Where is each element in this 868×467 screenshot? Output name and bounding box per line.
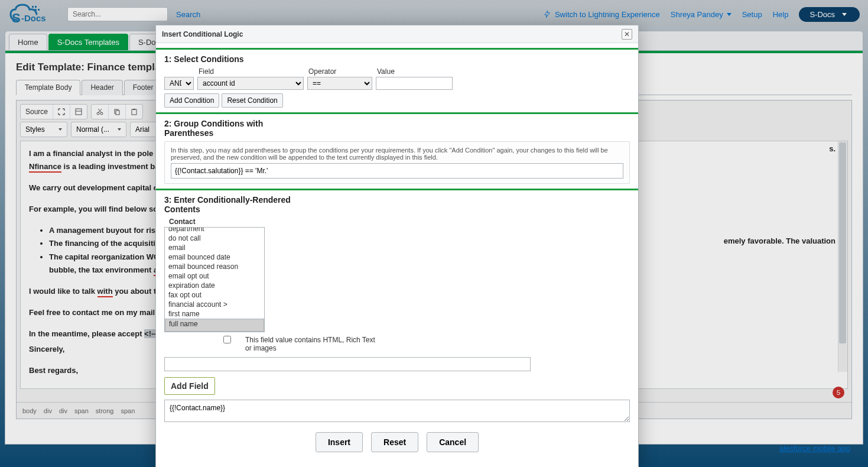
- svg-rect-13: [133, 109, 135, 110]
- text-fragment: emely favorable. The valuation: [724, 235, 836, 248]
- cut-icon: [96, 108, 103, 115]
- svg-rect-3: [38, 9, 40, 11]
- maximize-icon: [58, 108, 65, 115]
- section-2-title: 2: Group Conditions with Parentheses: [164, 119, 300, 138]
- field-option[interactable]: full name: [165, 319, 264, 332]
- add-field-button[interactable]: Add Field: [164, 377, 215, 395]
- user-menu[interactable]: Shreya Pandey: [671, 10, 732, 19]
- format-select[interactable]: Normal (...: [71, 122, 126, 137]
- copy-button[interactable]: [109, 105, 126, 119]
- value-label: Value: [376, 67, 453, 76]
- chevron-down-icon: [58, 128, 62, 131]
- merge-field-input[interactable]: [164, 357, 531, 371]
- field-select[interactable]: account id: [197, 77, 304, 90]
- cancel-button[interactable]: Cancel: [427, 432, 479, 452]
- app-menu[interactable]: S-Docs: [799, 7, 860, 22]
- html-content-label: This field value contains HTML, Rich Tex…: [245, 336, 375, 352]
- field-listbox[interactable]: deleteddepartmentdo not callemailemail b…: [164, 227, 265, 332]
- cut-button[interactable]: [92, 105, 109, 119]
- tab-home[interactable]: Home: [9, 34, 47, 50]
- chevron-down-icon: [727, 13, 732, 16]
- chevron-down-icon: [842, 13, 847, 16]
- sdocs-logo: S -Docs: [8, 2, 56, 26]
- field-option[interactable]: financial account >: [165, 300, 264, 309]
- html-content-checkbox[interactable]: [223, 336, 231, 343]
- section-2-help: In this step, you may add parentheses to…: [164, 141, 630, 184]
- paste-icon: [131, 108, 138, 115]
- source-button[interactable]: Source: [21, 105, 53, 119]
- operator-label: Operator: [307, 67, 372, 76]
- subtab-template-body[interactable]: Template Body: [16, 80, 80, 95]
- lightning-icon: [543, 10, 551, 18]
- styles-select[interactable]: Styles: [20, 122, 67, 137]
- field-option[interactable]: do not call: [165, 234, 264, 243]
- setup-link[interactable]: Setup: [742, 10, 762, 19]
- reset-button[interactable]: Reset: [371, 432, 418, 452]
- subtab-header[interactable]: Header: [82, 80, 122, 95]
- field-option[interactable]: email bounced date: [165, 252, 264, 262]
- section-1-title: 1: Select Conditions: [164, 54, 630, 64]
- field-option[interactable]: fax opt out: [165, 290, 264, 300]
- scrollbar[interactable]: [838, 141, 847, 372]
- field-option[interactable]: email: [165, 243, 264, 252]
- field-option[interactable]: expiration date: [165, 281, 264, 290]
- svg-rect-2: [35, 9, 37, 11]
- show-blocks-button[interactable]: [70, 105, 87, 119]
- help-link[interactable]: Help: [773, 10, 789, 19]
- paste-button[interactable]: [126, 105, 142, 119]
- dialog-close-button[interactable]: ✕: [622, 29, 632, 40]
- dialog-title: Insert Conditional Logic: [162, 30, 243, 38]
- svg-rect-11: [116, 111, 119, 115]
- notification-badge: 5: [833, 387, 844, 398]
- group-conditions-input[interactable]: [171, 163, 623, 179]
- maximize-button[interactable]: [53, 105, 70, 119]
- tab-sdocs-templates[interactable]: S-Docs Templates: [48, 34, 128, 50]
- chevron-down-icon: [118, 128, 121, 131]
- operator-select[interactable]: ==: [307, 77, 372, 90]
- object-label: Contact: [169, 218, 630, 226]
- field-option[interactable]: email opt out: [165, 271, 264, 281]
- svg-rect-1: [35, 6, 37, 8]
- insert-button[interactable]: Insert: [316, 432, 363, 452]
- add-condition-button[interactable]: Add Condition: [164, 93, 219, 108]
- copy-icon: [113, 108, 121, 115]
- switch-to-lightning-link[interactable]: Switch to Lightning Experience: [543, 10, 660, 19]
- conditional-content-textarea[interactable]: [164, 400, 630, 422]
- svg-rect-0: [32, 6, 34, 8]
- section-3-title: 3: Enter Conditionally-Rendered Contents: [164, 195, 300, 214]
- search-button[interactable]: Search: [176, 10, 200, 19]
- svg-rect-12: [132, 109, 136, 115]
- insert-conditional-logic-dialog: Insert Conditional Logic ✕ 1: Select Con…: [155, 25, 639, 467]
- field-label: Field: [197, 67, 304, 76]
- reset-condition-button[interactable]: Reset Condition: [222, 93, 282, 108]
- salesforce-mobile-link[interactable]: alesforce mobile app: [779, 444, 850, 453]
- field-option[interactable]: email bounced reason: [165, 262, 264, 271]
- field-option[interactable]: first name: [165, 309, 264, 319]
- value-input[interactable]: [376, 77, 453, 90]
- global-search-input[interactable]: [67, 7, 168, 21]
- blocks-icon: [75, 108, 82, 115]
- andor-select[interactable]: AND: [164, 77, 194, 90]
- text-fragment: s.: [829, 142, 836, 155]
- field-option[interactable]: department: [165, 227, 264, 234]
- svg-rect-4: [76, 109, 82, 115]
